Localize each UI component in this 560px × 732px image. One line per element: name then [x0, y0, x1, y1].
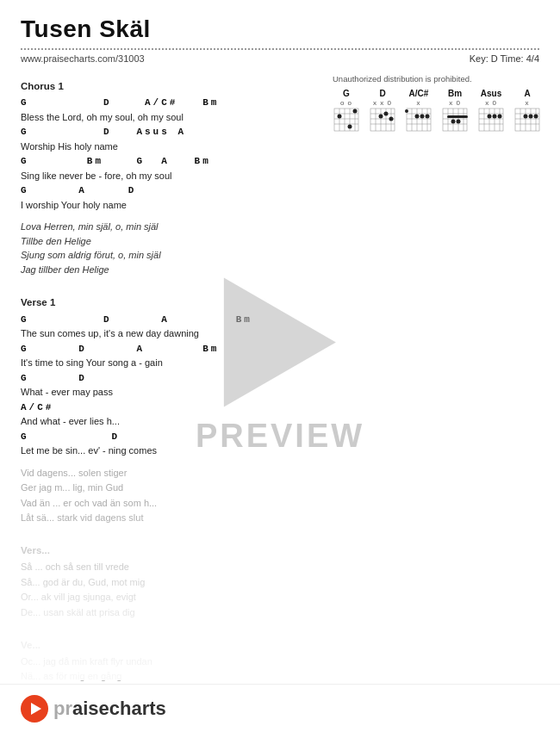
- chord-dots-Bm: x 0: [449, 99, 461, 107]
- svg-point-64: [524, 115, 528, 119]
- blurred-line: Så ... och så sen till vrede: [21, 560, 319, 575]
- svg-point-30: [415, 115, 420, 119]
- chord-line: G D Asus A: [21, 125, 319, 140]
- lyric-line: It's time to sing Your song a - gain: [21, 356, 319, 370]
- svg-point-19: [379, 115, 383, 119]
- section-chorus1: Chorus 1: [21, 79, 319, 94]
- svg-point-9: [353, 109, 358, 114]
- page: Tusen Skäl www.praisecharts.com/31003 Ke…: [0, 0, 560, 732]
- chord-diagram-Asus: Asus x 0: [477, 89, 505, 133]
- blurred-line: Or... ak vill jag sjunga, evigt: [21, 590, 319, 605]
- blurred-section: Vid dagens... solen stiger Ger jag m... …: [21, 466, 319, 526]
- section-verse1: Verse 1: [21, 295, 319, 310]
- chord-diagram-A: A x: [513, 89, 541, 133]
- swedish-line: Tillbe den Helige: [21, 234, 319, 249]
- svg-rect-42: [447, 115, 468, 118]
- svg-point-33: [405, 109, 408, 113]
- footer: praisecharts: [0, 684, 560, 732]
- content-area: Chorus 1 G D A/C# Bm Bless the Lord, oh …: [0, 71, 560, 730]
- chord-line: G D: [21, 430, 319, 444]
- section-verse2: Vers...: [21, 543, 319, 558]
- chord-dots-A: x: [526, 99, 530, 107]
- svg-point-31: [420, 115, 425, 119]
- blurred-section: Så ... och så sen till vrede Så... god ä…: [21, 560, 319, 620]
- chord-diagram-D: D x x 0: [369, 89, 396, 133]
- blurred-line: Vid dagens... solen stiger: [21, 466, 319, 481]
- chord-grid-G: [333, 107, 360, 133]
- svg-point-54: [493, 115, 497, 119]
- chord-line: G Bm G A Bm: [21, 154, 319, 169]
- chord-line: G A D: [21, 183, 319, 198]
- chord-grid-A: [513, 107, 541, 133]
- lyric-line: Sing like never be - fore, oh my soul: [21, 169, 319, 183]
- svg-point-55: [498, 115, 502, 119]
- swedish-line: Sjung som aldrig förut, o, min själ: [21, 248, 319, 263]
- svg-point-44: [457, 120, 461, 124]
- chord-line: G D: [21, 371, 319, 386]
- chord-name-AC#: A/C#: [409, 89, 429, 98]
- header: Tusen Skäl www.praisecharts.com/31003 Ke…: [0, 0, 560, 64]
- footer-logo: praisecharts: [21, 695, 166, 723]
- chord-dots-Asus: x 0: [485, 99, 497, 107]
- footer-brand: praisecharts: [53, 698, 166, 720]
- chord-line: G D A Bm: [21, 342, 319, 357]
- chord-diagram-AC#: A/C# x: [405, 89, 432, 133]
- left-column: Chorus 1 G D A/C# Bm Bless the Lord, oh …: [21, 71, 319, 730]
- swedish-line: Jag tillber den Helige: [21, 263, 319, 277]
- swedish-line: Lova Herren, min själ, o, min själ: [21, 220, 319, 234]
- lyric-line: What - ever may pass: [21, 385, 319, 400]
- blurred-line: Vad än ... er och vad än som h...: [21, 496, 319, 512]
- chord-line: A/C#: [21, 400, 319, 415]
- chord-line: G D A/C# Bm: [21, 96, 319, 110]
- page-title: Tusen Skäl: [21, 16, 539, 43]
- play-triangle-icon: [31, 703, 41, 715]
- chord-grid-D: [369, 107, 396, 133]
- chord-dots-D: x x 0: [373, 99, 392, 107]
- chord-name-Asus: Asus: [481, 89, 501, 98]
- chord-dots-AC#: x: [417, 99, 421, 107]
- svg-point-65: [529, 115, 533, 119]
- blurred-line: De... usan skäl att prisa dig: [21, 605, 319, 621]
- svg-point-20: [384, 112, 389, 116]
- blurred-line: Ger jag m... lig, min Gud: [21, 481, 319, 496]
- chord-name-D: D: [379, 89, 385, 98]
- svg-point-10: [348, 125, 352, 129]
- lyric-line: Worship His holy name: [21, 140, 319, 154]
- footer-brand-suffix: aisecharts: [72, 698, 166, 719]
- chord-grid-Asus: [477, 107, 505, 133]
- chord-name-Bm: Bm: [448, 89, 462, 98]
- blurred-line: Så... god är du, Gud, mot mig: [21, 575, 319, 591]
- right-column: Unauthorized distribution is prohibited.…: [333, 71, 539, 730]
- url-row: www.praisecharts.com/31003 Key: D Time: …: [21, 53, 539, 64]
- divider: [21, 48, 539, 50]
- svg-point-32: [426, 115, 430, 119]
- blurred-line: Nä... as för mig en gång: [21, 669, 319, 685]
- chord-grid-Bm: [441, 107, 469, 133]
- svg-point-21: [389, 117, 394, 121]
- svg-point-43: [451, 120, 456, 124]
- chord-diagrams: G o o: [333, 89, 539, 133]
- chord-name-A: A: [524, 89, 530, 98]
- chord-name-G: G: [343, 89, 350, 98]
- section-verse3: Ve...: [21, 638, 319, 653]
- lyric-line: The sun comes up, it's a new day dawning: [21, 326, 319, 341]
- play-icon: [21, 695, 48, 723]
- svg-point-8: [338, 115, 342, 119]
- footer-brand-prefix: pr: [53, 698, 72, 719]
- chord-grid-AC#: [405, 107, 432, 133]
- lyric-line: I worship Your holy name: [21, 198, 319, 213]
- lyric-line: Bless the Lord, oh my soul, oh my soul: [21, 110, 319, 125]
- lyric-line: Let me be sin... ev' - ning comes: [21, 444, 319, 458]
- url-text: www.praisecharts.com/31003: [21, 53, 145, 64]
- svg-point-53: [488, 115, 492, 119]
- chord-diagram-Bm: Bm x 0: [441, 89, 469, 133]
- chord-dots-G: o o: [340, 99, 352, 107]
- lyric-line: And what - ever lies h...: [21, 414, 319, 429]
- chord-diagram-G: G o o: [333, 89, 360, 133]
- svg-point-66: [534, 115, 538, 119]
- blurred-line: Låt sä... stark vid dagens slut: [21, 511, 319, 526]
- blurred-line: Oc... jag då min kraft flyr undan: [21, 654, 319, 670]
- key-time: Key: D Time: 4/4: [470, 53, 539, 64]
- unauthorized-text: Unauthorized distribution is prohibited.: [333, 74, 539, 84]
- chord-line: G D A Bm: [21, 313, 319, 327]
